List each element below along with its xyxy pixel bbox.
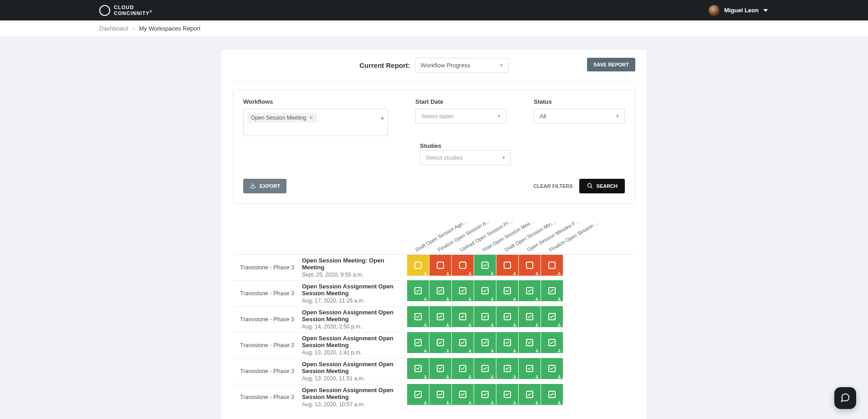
person-icon [423, 347, 428, 352]
status-cell[interactable] [474, 332, 496, 353]
status-cell[interactable] [496, 332, 518, 353]
checkbox-checked-icon [481, 287, 489, 294]
status-cell[interactable] [407, 332, 429, 353]
checkbox-checked-icon [504, 287, 511, 294]
status-cell[interactable] [496, 306, 518, 327]
table-row: Travostone - Phase 3Open Session Assignm… [233, 358, 635, 384]
person-icon [512, 373, 517, 378]
studies-select[interactable]: Select studies ▾ [420, 150, 511, 165]
status-cell[interactable] [452, 384, 474, 405]
status-cell[interactable] [452, 255, 474, 276]
start-date-select[interactable]: Select dates ▾ [415, 109, 506, 124]
checkbox-checked-icon [437, 339, 444, 346]
person-icon [423, 373, 428, 378]
report-card: Current Report: Workflow Progress ▾ SAVE… [222, 50, 646, 419]
status-cell[interactable] [519, 306, 541, 327]
download-icon [250, 182, 256, 190]
status-select[interactable]: All ▾ [534, 109, 625, 124]
meeting-title[interactable]: Open Session Assignment Open Session Mee… [302, 309, 407, 323]
search-button-label: SEARCH [597, 183, 618, 189]
meeting-title[interactable]: Open Session Assignment Open Session Mee… [302, 387, 407, 400]
status-cell[interactable] [496, 358, 518, 379]
status-cell[interactable] [474, 306, 496, 327]
person-icon [535, 321, 539, 326]
status-cell[interactable] [407, 255, 429, 276]
status-cell[interactable] [474, 384, 496, 405]
status-cell[interactable] [519, 280, 541, 301]
user-name: Miguel Leon [724, 7, 759, 14]
export-button[interactable]: EXPORT [243, 179, 286, 193]
status-cell[interactable] [519, 255, 541, 276]
phase-label: Travostone - Phase 3 [240, 368, 296, 374]
status-cell[interactable] [496, 384, 518, 405]
checkbox-checked-icon [548, 391, 556, 398]
status-cell[interactable] [429, 280, 451, 301]
person-icon [535, 373, 539, 378]
user-menu[interactable]: Miguel Leon [709, 5, 768, 16]
breadcrumb-current: My Workspaces Report [139, 25, 200, 32]
status-cell[interactable] [429, 332, 451, 353]
checkbox-empty-icon [504, 262, 511, 269]
status-cell[interactable] [496, 280, 518, 301]
status-cell[interactable] [541, 280, 563, 301]
person-icon [512, 270, 517, 274]
checkbox-checked-icon [504, 391, 511, 398]
person-icon [557, 399, 562, 404]
phase-label: Travostone - Phase 3 [240, 316, 296, 323]
status-cell[interactable] [519, 384, 541, 405]
status-cell[interactable] [407, 280, 429, 301]
clear-filters-button[interactable]: CLEAR FILTERS [534, 183, 573, 189]
status-cell[interactable] [496, 255, 518, 276]
checkbox-checked-icon [414, 391, 422, 398]
person-icon [535, 399, 539, 404]
status-cell[interactable] [541, 384, 563, 405]
checkbox-checked-icon [481, 313, 489, 320]
status-cell[interactable] [541, 332, 563, 353]
meeting-title[interactable]: Open Session Meeting: Open Meeting [302, 257, 407, 271]
chat-button[interactable] [834, 387, 856, 409]
brand-logo[interactable]: CLOUD CONCINNITY® [99, 5, 153, 16]
status-cell[interactable] [474, 280, 496, 301]
status-cell[interactable] [519, 358, 541, 379]
search-button[interactable]: SEARCH [579, 179, 625, 193]
status-cell[interactable] [541, 306, 563, 327]
checkbox-checked-icon [414, 313, 422, 320]
person-icon [557, 321, 562, 326]
status-cell[interactable] [407, 358, 429, 379]
caret-down-icon [763, 9, 768, 12]
phase-label: Travostone - Phase 3 [240, 342, 296, 348]
column-header: Host Open Session Mee… [474, 219, 496, 254]
status-cell[interactable] [429, 358, 451, 379]
meeting-title[interactable]: Open Session Assignment Open Session Mee… [302, 335, 407, 348]
chevron-down-icon: ▾ [381, 115, 384, 122]
chip-remove-icon[interactable]: ✕ [309, 115, 313, 121]
studies-label: Studies [420, 142, 511, 149]
checkbox-empty-icon [459, 262, 466, 269]
meeting-title[interactable]: Open Session Assignment Open Session Mee… [302, 361, 407, 374]
status-cell[interactable] [452, 280, 474, 301]
person-icon [468, 270, 472, 274]
report-select[interactable]: Workflow Progress ▾ [415, 58, 509, 73]
status-cell[interactable] [474, 358, 496, 379]
brand-line1: CLOUD [114, 5, 153, 10]
status-cell[interactable] [429, 384, 451, 405]
status-cell[interactable] [429, 255, 451, 276]
person-icon [512, 295, 517, 300]
status-cell[interactable] [474, 255, 496, 276]
workflows-multiselect[interactable]: Open Session Meeting ✕ ▾ [243, 109, 388, 136]
top-bar: CLOUD CONCINNITY® Miguel Leon [0, 0, 868, 20]
status-cell[interactable] [452, 358, 474, 379]
person-icon [557, 347, 562, 352]
meeting-title[interactable]: Open Session Assignment Open Session Mee… [302, 283, 407, 297]
status-cell[interactable] [407, 306, 429, 327]
status-cell[interactable] [541, 255, 563, 276]
status-cell[interactable] [541, 358, 563, 379]
status-cell[interactable] [452, 306, 474, 327]
status-cell[interactable] [407, 384, 429, 405]
status-cell[interactable] [429, 306, 451, 327]
person-icon [445, 347, 450, 352]
save-report-button[interactable]: SAVE REPORT [587, 58, 635, 71]
status-cell[interactable] [452, 332, 474, 353]
breadcrumb-root[interactable]: Dashboard [99, 25, 128, 32]
status-cell[interactable] [519, 332, 541, 353]
